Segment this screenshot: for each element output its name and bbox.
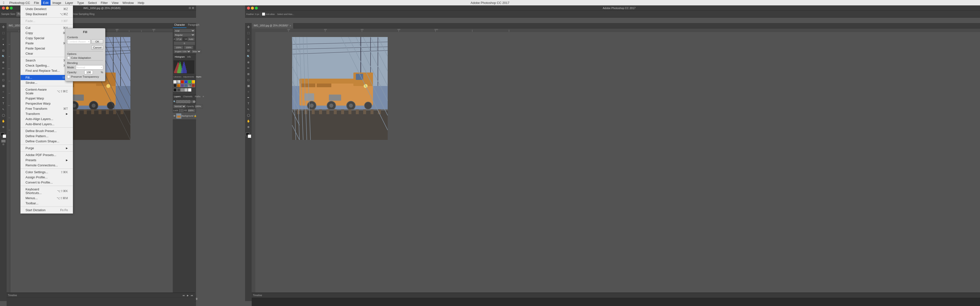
color-swatch-black[interactable]: [173, 88, 177, 92]
timeline-play-next[interactable]: ⏭: [190, 294, 194, 297]
menu-convert-profile[interactable]: Convert to Profile...: [21, 180, 73, 185]
left-close-btn[interactable]: [2, 6, 5, 10]
preserve-checkbox[interactable]: [67, 75, 70, 78]
color-adaptation-checkbox[interactable]: ✓: [67, 56, 70, 59]
menu-free-transform[interactable]: Free Transform ⌘T: [21, 106, 73, 111]
tool-clone[interactable]: ⊞: [1, 71, 6, 77]
tool-eraser[interactable]: ◻: [1, 77, 6, 82]
right-tool-shape[interactable]: ◯: [246, 113, 251, 118]
font-family-select[interactable]: Arial: [174, 29, 195, 33]
menu-define-brush[interactable]: Define Brush Preset...: [21, 128, 73, 133]
v-scale-input[interactable]: [174, 46, 183, 49]
menu-remote-connections[interactable]: Remote Connections...: [21, 163, 73, 168]
fill-ok-btn[interactable]: OK: [91, 40, 103, 44]
tool-brush[interactable]: ✏: [1, 65, 6, 71]
lock-pos-btn[interactable]: [181, 109, 182, 112]
right-tool-eye[interactable]: 🔍: [246, 54, 251, 59]
right-min-btn[interactable]: [251, 6, 254, 10]
tab-paragraph[interactable]: Paragraph: [186, 23, 201, 28]
tool-path-select[interactable]: ↖: [1, 106, 6, 112]
tool-type[interactable]: T: [1, 101, 6, 106]
tab-info[interactable]: Info: [186, 55, 192, 60]
right-close-btn[interactable]: [247, 6, 250, 10]
tab-character[interactable]: Character: [173, 23, 186, 28]
tool-zoom[interactable]: ⊕: [1, 124, 6, 130]
menu-color-settings[interactable]: Color Settings... ⇧⌘K: [21, 170, 73, 175]
style-swatch-4[interactable]: [184, 80, 188, 84]
language-select[interactable]: English: USA: [174, 50, 191, 53]
delete-layer-btn[interactable]: 🗑: [195, 297, 199, 301]
menu-transform[interactable]: Transform ▶: [21, 111, 73, 116]
right-tool-hand[interactable]: ✋: [246, 118, 251, 124]
menu-layer[interactable]: Layer: [63, 0, 75, 5]
menu-start-dictation[interactable]: Start Dictation Fn Fn: [21, 208, 73, 212]
opacity-input[interactable]: [84, 70, 93, 74]
tool-spot-heal[interactable]: ⊕: [1, 60, 6, 65]
fill-input-layers[interactable]: [188, 109, 196, 112]
menu-presets[interactable]: Presets ▶: [21, 157, 73, 163]
menu-toolbar[interactable]: Toolbar...: [21, 201, 73, 206]
right-doc-tab[interactable]: IMG_1650.jpg @ 25% (RGB/8)* ✕: [252, 23, 294, 29]
anti-alias-select[interactable]: Sharp: [191, 50, 201, 53]
tab-adjustments[interactable]: Adjustments: [182, 75, 195, 79]
left-max-btn[interactable]: [10, 6, 13, 10]
right-tool-eraser[interactable]: ◻: [246, 77, 251, 82]
menu-fade[interactable]: Fade... ⇧⌘F: [21, 18, 73, 24]
h-scale-input[interactable]: [184, 46, 193, 49]
tool-lasso[interactable]: ⌕: [1, 36, 6, 41]
tracking-input[interactable]: [174, 41, 195, 45]
tool-eyedropper[interactable]: 🔍: [1, 54, 6, 59]
style-swatch-9[interactable]: [181, 84, 184, 87]
menu-purge[interactable]: Purge ▶: [21, 146, 73, 151]
right-tool-heal[interactable]: ⊕: [246, 60, 251, 65]
apple-menu[interactable]: : [0, 0, 7, 5]
right-main-canvas[interactable]: [255, 32, 980, 301]
filter-mode-btn[interactable]: [185, 100, 188, 103]
timeline-track-area[interactable]: [6, 298, 195, 306]
screen-mode-btn[interactable]: ⊟: [2, 143, 5, 146]
quick-mask-btn[interactable]: [1, 140, 6, 143]
right-tool-path[interactable]: ↖: [246, 106, 251, 112]
right-tool-brush[interactable]: ✏: [246, 65, 251, 71]
right-tool-clone[interactable]: ⊞: [246, 71, 251, 77]
right-tool-zoom[interactable]: ⊕: [246, 124, 251, 130]
layer-row-background[interactable]: 👁 Background 🔒: [173, 113, 196, 119]
menu-photoshop[interactable]: Photoshop CC: [7, 0, 32, 5]
menu-pdf-presets[interactable]: Adobe PDF Presets...: [21, 152, 73, 157]
style-swatch-12[interactable]: [192, 84, 195, 87]
menu-undo[interactable]: Undo Deselect ⌘Z: [21, 6, 73, 11]
right-tool-gradient[interactable]: ▦: [246, 83, 251, 89]
menu-auto-blend[interactable]: Auto-Blend Layers...: [21, 122, 73, 127]
style-swatch-2[interactable]: [177, 80, 180, 84]
menu-file[interactable]: File: [32, 0, 41, 5]
color-swatch-lgray[interactable]: [184, 88, 188, 92]
right-anti-alias-checkbox[interactable]: [262, 13, 265, 16]
right-bg-color[interactable]: [248, 135, 251, 138]
menu-content-aware-scale[interactable]: Content-Aware Scale ⌥⇧⌘C: [21, 87, 73, 96]
left-min-btn[interactable]: [6, 6, 9, 10]
menu-edit[interactable]: Edit: [41, 0, 51, 5]
tool-gradient[interactable]: ▦: [1, 83, 6, 89]
tab-styles[interactable]: Styles: [195, 75, 202, 79]
filter-effect-btn[interactable]: [182, 100, 185, 103]
style-swatch-8[interactable]: [177, 84, 180, 87]
right-tool-dodge[interactable]: ○: [246, 89, 251, 94]
style-swatch-11[interactable]: [188, 84, 191, 87]
right-tool-lasso[interactable]: ⌕: [246, 36, 251, 41]
menu-puppet-warp[interactable]: Puppet Warp: [21, 96, 73, 101]
font-style-select[interactable]: Regular: [174, 33, 195, 37]
filter-name-btn[interactable]: [179, 100, 182, 103]
style-swatch-3[interactable]: [181, 80, 184, 84]
tab-libraries[interactable]: Libraries: [173, 75, 182, 79]
tool-move[interactable]: ✛: [1, 24, 6, 30]
right-tool-marquee[interactable]: ⬚: [246, 30, 251, 35]
menu-perspective-warp[interactable]: Perspective Warp: [21, 101, 73, 106]
style-swatch-6[interactable]: [192, 80, 195, 84]
fill-cancel-btn[interactable]: Cancel: [91, 45, 103, 50]
menu-menus[interactable]: Menus... ⌥⇧⌘M: [21, 195, 73, 201]
lock-all-btn[interactable]: [182, 109, 183, 112]
tool-hand[interactable]: ✋: [1, 118, 6, 124]
right-tool-crop[interactable]: ⊡: [246, 48, 251, 53]
style-swatch-5[interactable]: [188, 80, 191, 84]
menu-image[interactable]: Image: [51, 0, 63, 5]
